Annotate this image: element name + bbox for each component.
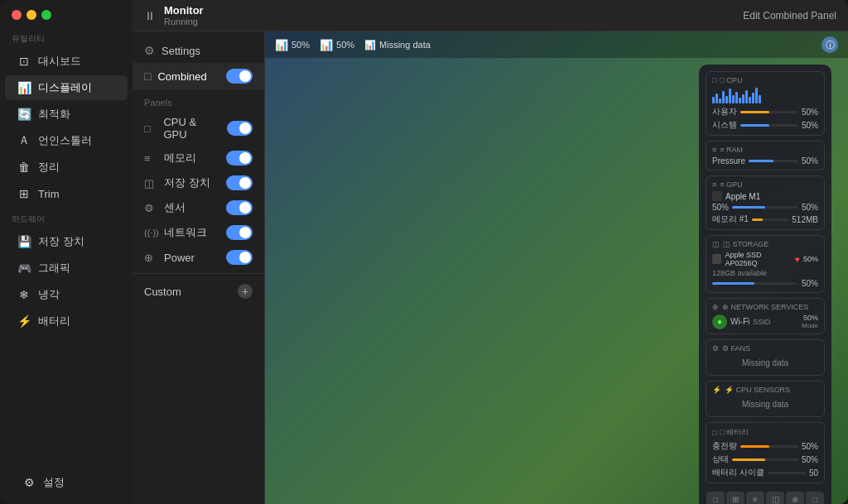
fans-icon: ⚙ <box>712 344 719 353</box>
pause-icon[interactable]: ⏸ <box>144 9 156 22</box>
cpu-bar-13 <box>752 93 754 103</box>
cpu-widget-section: □ □ CPU <box>706 71 825 136</box>
cpu-sensors-icon: ⚡ <box>712 386 721 394</box>
cpu-bar-5 <box>725 96 728 103</box>
combined-menu-item[interactable]: □ Combined <box>132 63 264 89</box>
sidebar-item-optimize[interactable]: 🔄 최적화 <box>5 102 128 127</box>
storage-usage-row: 50% <box>712 279 818 288</box>
preview-stat-3: 📊 Missing data <box>364 40 431 50</box>
close-button[interactable] <box>12 10 22 20</box>
sidebar-item-settings[interactable]: ⚙ 설정 <box>10 470 123 495</box>
cpu-system-label: 시스템 <box>712 119 737 131</box>
heart-icon: ♥ <box>795 255 800 264</box>
network-toggle[interactable] <box>226 225 253 240</box>
minimize-button[interactable] <box>26 10 36 20</box>
power-icon: ⊕ <box>144 252 157 264</box>
bottom-icon-6[interactable]: □ <box>806 492 824 504</box>
cpu-system-value: 50% <box>802 121 818 130</box>
preview-stat-2: 📊 50% <box>320 39 354 51</box>
gpu-vram-value: 512MB <box>792 215 818 224</box>
panel-memory-label: 메모리 <box>164 151 196 166</box>
sidebar-item-cooling[interactable]: ❄ 냉각 <box>5 282 128 307</box>
cpu-user-bar <box>740 111 798 113</box>
cpu-bar-2 <box>716 94 718 103</box>
sidebar-item-graphics[interactable]: 🎮 그래픽 <box>5 256 128 281</box>
network-icon: ((·)) <box>144 228 157 238</box>
cpu-bar-11 <box>745 90 748 103</box>
sidebar-item-label: 디스플레이 <box>38 80 92 95</box>
battery-charge-value: 50% <box>802 442 818 451</box>
fans-widget-section: ⚙ ⚙ FANS Missing data <box>706 339 825 376</box>
sidebar-item-uninstaller[interactable]: Ａ 언인스톨러 <box>5 128 128 153</box>
battery-state-value: 50% <box>802 455 818 464</box>
cpu-sensors-title: ⚡ ⚡ CPU SENSORS <box>712 386 818 394</box>
panel-cpu-gpu[interactable]: □ CPU & GPU <box>132 111 264 146</box>
panel-power-label: Power <box>164 252 195 264</box>
memory-toggle[interactable] <box>226 151 253 166</box>
sensor-icon: ⚙ <box>144 202 157 214</box>
ssid-label: SSID <box>753 318 770 326</box>
sensor-toggle[interactable] <box>226 200 253 215</box>
bottom-icon-4[interactable]: ◫ <box>766 492 784 504</box>
sidebar-item-dashboard[interactable]: ⊡ 대시보드 <box>5 49 128 74</box>
bottom-icon-2[interactable]: ⊞ <box>726 492 744 504</box>
maximize-button[interactable] <box>41 10 51 20</box>
combined-toggle[interactable] <box>226 69 253 84</box>
sidebar-item-clean[interactable]: 🗑 정리 <box>5 155 128 180</box>
info-button[interactable]: ⓘ <box>822 36 838 53</box>
gpu-usage-row: 50% 50% <box>712 203 818 212</box>
gpu-icon <box>712 191 722 201</box>
battery-cycle-bar <box>768 472 806 474</box>
panel-memory[interactable]: ≡ 메모리 <box>132 146 264 170</box>
panel-network[interactable]: ((·)) 네트워크 <box>132 220 264 245</box>
dashboard-icon: ⊡ <box>17 54 31 69</box>
panel-power[interactable]: ⊕ Power <box>132 245 264 270</box>
panel-storage[interactable]: ◫ 저장 장치 <box>132 170 264 195</box>
gpu-val2: 50% <box>802 203 818 212</box>
battery-state-row: 상태 50% <box>712 454 818 465</box>
cpu-user-row: 사용자 50% <box>712 106 818 118</box>
storage-toggle[interactable] <box>226 175 253 190</box>
add-custom-button[interactable]: + <box>238 284 253 299</box>
cpu-title-text: □ CPU <box>720 76 742 84</box>
storage-icon: 💾 <box>17 234 31 249</box>
gpu-vram-label: 메모리 #1 <box>712 214 749 225</box>
mode-label: Mode <box>802 322 818 329</box>
settings-icon: ⚙ <box>22 475 36 490</box>
sidebar-item-display[interactable]: 📊 디스플레이 <box>5 75 128 100</box>
cpu-bar-15 <box>759 95 761 103</box>
sidebar-item-label: 정리 <box>38 160 60 175</box>
sidebar-item-storage[interactable]: 💾 저장 장치 <box>5 229 128 254</box>
ram-pressure-label: Pressure <box>712 156 745 166</box>
hardware-section-label: 하드웨어 <box>0 207 132 228</box>
sidebar-item-trim[interactable]: ⊞ Trim <box>5 181 128 206</box>
battery-cycle-row: 배터리 사이클 50 <box>712 467 818 478</box>
storage-widget-icon: ◫ <box>712 240 720 248</box>
cpu-bar-7 <box>732 95 735 103</box>
disk-name: Apple SSD AP0256Q <box>725 251 792 267</box>
cpu-bar-9 <box>739 98 741 103</box>
cpu-bar-12 <box>749 97 751 103</box>
battery-charge-row: 충전량 50% <box>712 440 818 452</box>
cpu-gpu-toggle[interactable] <box>227 121 253 136</box>
panels-label: Panels <box>132 89 264 111</box>
sidebar-item-battery[interactable]: ⚡ 배터리 <box>5 309 128 334</box>
memory-icon: ≡ <box>144 152 157 165</box>
bottom-icon-1[interactable]: □ <box>706 492 725 504</box>
power-toggle[interactable] <box>226 250 253 265</box>
gpu-widget-section: ≡ ≡ GPU Apple M1 50% 50% 메모리 #1 <box>706 175 825 230</box>
preview-area: 📊 50% 📊 50% 📊 Missing data ⓘ <box>265 31 848 504</box>
ram-widget-icon: ≡ <box>712 146 716 154</box>
bottom-icon-5[interactable]: ⊕ <box>786 492 804 504</box>
bottom-icon-3[interactable]: ≡ <box>746 492 764 504</box>
panel-sensor[interactable]: ⚙ 센서 <box>132 195 264 220</box>
sidebar-item-label: 배터리 <box>38 314 70 329</box>
sidebar-item-label: 그래픽 <box>38 261 70 276</box>
edit-panel-label[interactable]: Edit Combined Panel <box>743 10 836 22</box>
cpu-section-title: □ □ CPU <box>712 76 818 84</box>
cpu-bar-1 <box>712 97 715 103</box>
panel-cpu-gpu-label: CPU & GPU <box>163 116 220 141</box>
settings-menu-item[interactable]: ⚙ Settings <box>132 38 264 63</box>
storage-widget-section: ◫ ◫ STORAGE Apple SSD AP0256Q ♥ 50% 128G… <box>706 235 825 293</box>
gpu-widget-icon: ≡ <box>712 180 716 189</box>
